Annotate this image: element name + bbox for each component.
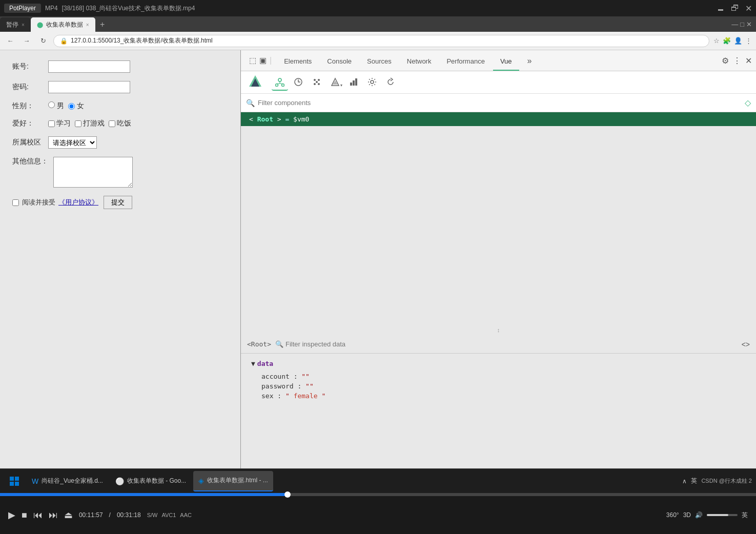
bookmark-icon[interactable]: ☆ [713, 37, 720, 45]
next-button[interactable]: ⏭ [49, 510, 58, 521]
data-section-label: data [257, 360, 273, 367]
tab-paused-close[interactable]: × [22, 22, 25, 28]
root-open-bracket: < [249, 115, 253, 123]
minimize-icon[interactable]: 🗕 [717, 4, 725, 13]
stop-button[interactable]: ■ [22, 510, 27, 521]
start-button[interactable] [4, 471, 25, 491]
tab-network[interactable]: Network [400, 52, 439, 71]
gender-female-label[interactable]: 女 [68, 101, 84, 111]
progress-bar-container[interactable] [0, 493, 756, 496]
devtools-close-icon[interactable]: ✕ [745, 56, 752, 66]
tab-paused[interactable]: 暂停 × [0, 17, 31, 32]
gender-label: 性别： [12, 101, 43, 111]
vue-chart-btn[interactable] [345, 74, 362, 91]
inspect-icon[interactable]: ⬚ [249, 56, 256, 65]
back-button[interactable]: ← [4, 35, 16, 47]
browser-restore[interactable]: □ [740, 20, 744, 28]
submit-button[interactable]: 提交 [104, 196, 132, 209]
campus-row: 所属校区 请选择校区 [12, 136, 228, 149]
devtools-settings-icon[interactable]: ⚙ [722, 56, 729, 66]
vue-pinia-btn[interactable] [309, 74, 325, 91]
webpage-panel: 账号: 密码: 性别： 男 女 爱好： [0, 50, 241, 468]
inspector-search-input[interactable] [285, 340, 738, 348]
gender-male-radio[interactable] [48, 101, 55, 108]
hobby-game-check[interactable] [75, 120, 81, 127]
tab-console-label: Console [327, 57, 352, 65]
gender-male-label[interactable]: 男 [48, 101, 64, 111]
main-area: 账号: 密码: 性别： 男 女 爱好： [0, 50, 756, 468]
component-tree: < Root > = $vm0 [241, 112, 756, 325]
menu-icon[interactable]: ⋮ [745, 37, 752, 45]
user-agreement-link[interactable]: 《用户协议》 [58, 198, 98, 207]
title-bar-controls: 🗕 🗗 ✕ [717, 4, 752, 13]
other-textarea[interactable] [53, 157, 133, 188]
forward-button[interactable]: → [21, 35, 33, 47]
tab-sources[interactable]: Sources [360, 52, 399, 71]
volume-bar[interactable] [707, 514, 738, 516]
taskbar-item-vscode[interactable]: ◈ 收集表单数据.html - ... [193, 471, 273, 491]
data-password-key: password [261, 382, 294, 390]
comp-search-input[interactable] [258, 99, 742, 107]
taskbar-item-chrome[interactable]: ⚪ 收集表单数据 - Goo... [110, 471, 191, 491]
vue-settings-btn[interactable] [364, 74, 380, 91]
hobby-eat-label[interactable]: 吃饭 [109, 119, 131, 128]
password-row: 密码: [12, 81, 228, 93]
tab-network-label: Network [407, 57, 432, 65]
password-input[interactable] [48, 81, 130, 93]
hobby-game-label[interactable]: 打游戏 [75, 119, 105, 128]
eject-button[interactable]: ⏏ [64, 509, 73, 521]
media-bar: ▶ ■ ⏮ ⏭ ⏏ 00:11:57 / 00:31:18 S/W AVC1 A… [0, 493, 756, 534]
progress-thumb[interactable] [284, 491, 291, 498]
hobby-study-check[interactable] [48, 120, 55, 127]
extensions-icon[interactable]: 🧩 [723, 37, 731, 45]
tab-console[interactable]: Console [320, 52, 359, 71]
potplayer-app-label[interactable]: PotPlayer [4, 4, 41, 13]
dock-icon[interactable]: ▣ [259, 56, 267, 65]
hobby-study-label[interactable]: 学习 [48, 119, 71, 128]
tab-performance-label: Performance [446, 57, 484, 65]
browser-close[interactable]: ✕ [746, 20, 752, 28]
vue-components-btn[interactable] [272, 74, 288, 91]
devtools-options-icon[interactable]: ⋮ [733, 56, 741, 66]
agree-checkbox[interactable] [12, 199, 19, 206]
play-button[interactable]: ▶ [8, 509, 15, 521]
inspector-code-icon[interactable]: <> [742, 340, 750, 348]
tab-form-close[interactable]: × [86, 22, 89, 28]
tab-vue[interactable]: Vue [493, 52, 519, 71]
vue-timeline-btn[interactable] [290, 74, 307, 91]
browser-minimize[interactable]: — [731, 20, 738, 28]
devtools-panel: ⬚ ▣ | Elements Console Sources Network P [241, 50, 756, 468]
profile-icon[interactable]: 👤 [734, 37, 742, 45]
tab-form[interactable]: ⬤ 收集表单数据 × [31, 17, 95, 32]
hobby-eat-check[interactable] [109, 120, 115, 127]
vue-logo [247, 73, 263, 91]
prev-button[interactable]: ⏮ [33, 510, 43, 521]
taskbar-item-vue[interactable]: W 尚硅谷_Vue全家桶.d... [27, 471, 108, 491]
svg-point-10 [318, 79, 320, 81]
gender-female-radio[interactable] [68, 103, 75, 110]
svg-point-19 [371, 80, 374, 84]
media-right-controls: 360° 3D 🔊 英 [666, 511, 748, 520]
account-input[interactable] [48, 60, 130, 73]
account-row: 账号: [12, 60, 228, 73]
hex-icon: ◇ [745, 98, 751, 108]
reload-button[interactable]: ↻ [37, 35, 49, 47]
svg-point-2 [278, 78, 281, 81]
agree-text: 阅读并接受 [22, 198, 55, 207]
data-password-colon: : [297, 382, 305, 390]
url-bar[interactable]: 🔒 127.0.0.1:5500/13_收集表单数据/收集表单数据.html [53, 35, 709, 47]
close-icon[interactable]: ✕ [745, 4, 752, 13]
vue-refresh-btn[interactable] [382, 74, 399, 91]
tab-performance[interactable]: Performance [439, 52, 492, 71]
restore-icon[interactable]: 🗗 [731, 4, 739, 13]
vue-router-btn[interactable]: ▾ [327, 74, 343, 91]
taskbar-chrome-label: 收集表单数据 - Goo... [127, 477, 186, 485]
root-component-item[interactable]: < Root > = $vm0 [241, 112, 756, 126]
tab-more[interactable]: » [520, 52, 539, 71]
tab-elements[interactable]: Elements [277, 52, 319, 71]
new-tab-button[interactable]: + [95, 17, 110, 32]
tray-expand-icon[interactable]: ∧ [682, 478, 687, 485]
volume-icon[interactable]: 🔊 [695, 511, 703, 519]
campus-select[interactable]: 请选择校区 [48, 136, 97, 149]
password-label: 密码: [12, 83, 43, 92]
